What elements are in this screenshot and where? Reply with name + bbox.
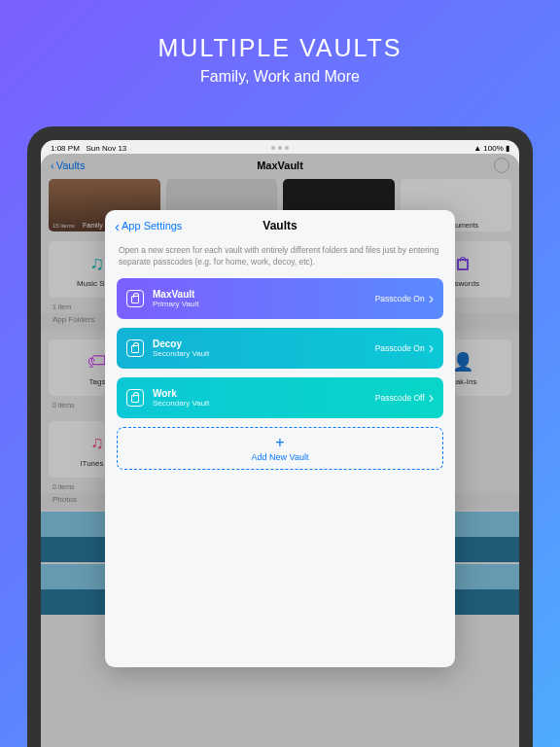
modal-back-label: App Settings [122,220,182,231]
status-date: Sun Nov 13 [86,144,126,153]
vault-lock-icon [126,339,144,357]
vault-lock-icon [126,389,144,407]
vault-passcode-status: Passcode On [375,294,425,303]
vault-name: MaxVault [153,289,375,300]
battery-percent: 100% [483,144,503,153]
vault-subtitle: Primary Vault [153,300,375,308]
vault-card[interactable]: Decoy Secondary Vault Passcode On › [117,328,443,369]
vault-list: MaxVault Primary Vault Passcode On › Dec… [105,278,455,470]
plus-icon: + [275,435,284,450]
add-new-vault-button[interactable]: + Add New Vault [117,427,443,470]
chevron-right-icon: › [429,339,434,357]
vault-subtitle: Secondary Vault [153,349,375,358]
status-time: 1:08 PM [51,144,80,153]
chevron-left-icon: ‹ [115,218,120,234]
marketing-title: MULTIPLE VAULTS [0,34,560,62]
vault-subtitle: Secondary Vault [153,399,375,408]
marketing-subtitle: Family, Work and More [0,68,560,86]
ipad-device-frame: 1:08 PM Sun Nov 13 ▲ 100% ▮ ‹ Vaults Max… [27,126,533,747]
modal-back-button[interactable]: ‹ App Settings [115,218,182,234]
vault-card[interactable]: MaxVault Primary Vault Passcode On › [117,278,443,319]
vault-passcode-status: Passcode Off [375,393,425,403]
vaults-modal: ‹ App Settings Vaults Open a new screen … [105,210,455,667]
vault-card[interactable]: Work Secondary Vault Passcode Off › [117,377,443,418]
vault-lock-icon [126,290,144,307]
vault-name: Decoy [153,338,375,349]
add-vault-label: Add New Vault [252,452,309,462]
modal-title: Vaults [262,219,297,232]
chevron-right-icon: › [429,290,434,307]
battery-icon: ▮ [506,144,509,153]
multitask-dots [271,146,289,150]
device-screen: 1:08 PM Sun Nov 13 ▲ 100% ▮ ‹ Vaults Max… [41,140,519,747]
vault-passcode-status: Passcode On [375,343,425,353]
wifi-icon: ▲ [473,144,481,153]
chevron-right-icon: › [429,389,434,407]
vault-name: Work [153,388,375,399]
modal-header: ‹ App Settings Vaults [105,210,455,241]
status-bar: 1:08 PM Sun Nov 13 ▲ 100% ▮ [41,140,519,154]
modal-description: Open a new screen for each vault with en… [105,241,455,278]
